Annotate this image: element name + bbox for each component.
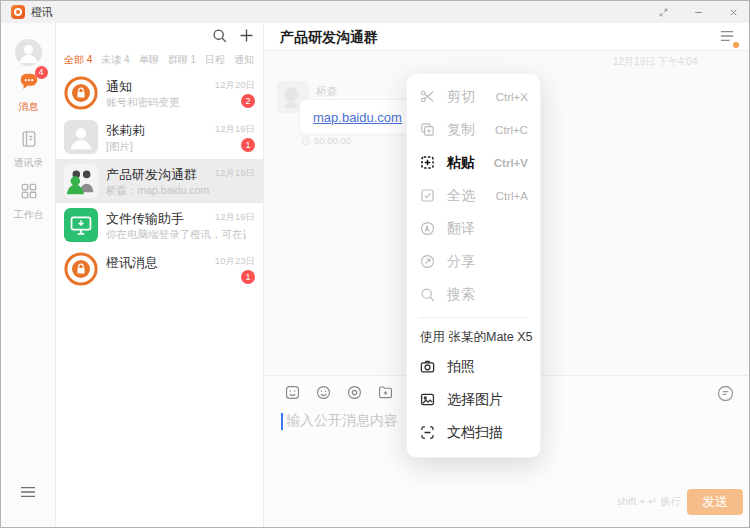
- titlebar: 橙讯: [1, 1, 749, 23]
- unread-badge: 2: [241, 94, 255, 108]
- chat-time: 12月20日: [215, 79, 255, 92]
- menu-item-label: 粘贴: [447, 154, 483, 172]
- file-transfer-avatar: [64, 208, 98, 242]
- screen-capture-icon[interactable]: [346, 384, 363, 405]
- chat-list-panel: 全部 4 未读 4 单聊 群聊 1 日程 通知 通知 账号和密码变更 12月20…: [56, 23, 264, 527]
- list-item-chengxun-messages[interactable]: 橙讯消息 10月23日 1: [56, 247, 263, 291]
- person-avatar: [64, 120, 98, 154]
- unread-badge: 1: [241, 138, 255, 152]
- search-icon[interactable]: [211, 27, 228, 48]
- message-link[interactable]: map.baidu.com: [313, 110, 402, 125]
- app-logo-icon: [11, 5, 25, 19]
- messages-badge: 4: [35, 66, 48, 79]
- menu-item-label: 复制: [447, 121, 484, 139]
- unread-badge: 1: [241, 270, 255, 284]
- close-icon[interactable]: [728, 7, 739, 18]
- sidebar-item-label: 消息: [1, 100, 56, 114]
- menu-item-search[interactable]: 搜索: [407, 278, 540, 311]
- tab-groups[interactable]: 群聊 1: [168, 53, 196, 67]
- send-button[interactable]: 发送: [687, 489, 743, 515]
- minimize-icon[interactable]: [693, 7, 704, 18]
- workbench-grid-icon: [19, 181, 39, 205]
- menu-item-share[interactable]: 分享: [407, 245, 540, 278]
- menu-item-label: 全选: [447, 187, 485, 205]
- menu-item-shortcut: Ctrl+C: [495, 124, 528, 136]
- message-sender: 桥森: [316, 84, 338, 99]
- user-avatar[interactable]: [15, 39, 42, 66]
- message-timer: 50:00:00: [301, 135, 351, 146]
- file-icon[interactable]: [377, 384, 394, 405]
- sidebar-item-contacts[interactable]: 通讯录: [1, 129, 56, 170]
- sticker-icon[interactable]: [284, 384, 301, 405]
- menu-item-translate[interactable]: 翻译: [407, 212, 540, 245]
- menu-item-label: 剪切: [447, 88, 485, 106]
- menu-item-paste[interactable]: 粘贴 Ctrl+V: [407, 146, 540, 179]
- menu-divider: [419, 317, 528, 318]
- message-input[interactable]: 输入公开消息内容: [281, 412, 398, 430]
- menu-item-label: 翻译: [447, 220, 528, 238]
- chat-name: 产品研发沟通群: [106, 166, 197, 184]
- chat-preview: 账号和密码变更: [106, 96, 180, 110]
- sidebar-item-label: 工作台: [1, 208, 56, 222]
- chat-header: 产品研发沟通群: [264, 23, 749, 51]
- group-avatar: [64, 164, 98, 198]
- menu-item-doc-scan[interactable]: 文档扫描: [407, 416, 540, 449]
- tab-direct[interactable]: 单聊: [139, 53, 159, 67]
- chat-time: 10月23日: [215, 255, 255, 268]
- tab-unread[interactable]: 未读 4: [101, 53, 129, 67]
- input-placeholder: 输入公开消息内容: [286, 412, 398, 430]
- menu-item-shortcut: Ctrl+X: [496, 91, 528, 103]
- list-item-notifications[interactable]: 通知 账号和密码变更 12月20日 2: [56, 71, 263, 115]
- list-item-product-group[interactable]: 产品研发沟通群 桥森：map.baidu.com 12月19日: [56, 159, 263, 203]
- tab-notice[interactable]: 通知: [234, 53, 254, 67]
- menu-item-label: 拍照: [447, 358, 528, 376]
- chat-time: 12月19日: [215, 167, 255, 180]
- message-timer-text: 50:00:00: [314, 135, 351, 146]
- menu-item-cut[interactable]: 剪切 Ctrl+X: [407, 80, 540, 113]
- chat-title: 产品研发沟通群: [280, 29, 378, 47]
- menu-item-label: 搜索: [447, 286, 528, 304]
- chat-name: 通知: [106, 78, 132, 96]
- chat-preview: [图片]: [106, 140, 133, 154]
- menu-item-label: 文档扫描: [447, 424, 528, 442]
- message-bubble[interactable]: map.baidu.com: [299, 99, 416, 135]
- menu-item-copy[interactable]: 复制 Ctrl+C: [407, 113, 540, 146]
- lock-avatar: [64, 76, 98, 110]
- chat-time: 12月19日: [215, 123, 255, 136]
- restore-icon[interactable]: [658, 7, 669, 18]
- chat-name: 张莉莉: [106, 122, 145, 140]
- list-item-zhanglili[interactable]: 张莉莉 [图片] 12月19日 1: [56, 115, 263, 159]
- chat-bubble-icon: 4: [18, 71, 40, 97]
- date-stamp: 12月19日 下午4:04: [613, 55, 698, 69]
- chat-name: 文件传输助手: [106, 210, 184, 228]
- send-shortcut-hint: shift + ↵ 换行: [617, 495, 681, 509]
- app-title: 橙讯: [31, 5, 53, 20]
- sidebar-item-messages[interactable]: 4 消息: [1, 71, 56, 114]
- chat-name: 橙讯消息: [106, 254, 158, 272]
- context-menu: 剪切 Ctrl+X 复制 Ctrl+C 粘贴 Ctrl+V 全选 Ctrl+A …: [406, 73, 541, 458]
- add-chat-icon[interactable]: [238, 27, 255, 48]
- emoji-icon[interactable]: [315, 384, 332, 405]
- sidebar-item-label: 通讯录: [1, 156, 56, 170]
- menu-item-choose-image[interactable]: 选择图片: [407, 383, 540, 416]
- chat-time: 12月19日: [215, 211, 255, 224]
- chat-history-icon[interactable]: [716, 384, 735, 407]
- menu-item-select-all[interactable]: 全选 Ctrl+A: [407, 179, 540, 212]
- chat-preview: 你在电脑端登录了橙讯，可在设...: [106, 228, 246, 242]
- group-menu-icon[interactable]: [719, 29, 737, 47]
- menu-item-label: 选择图片: [447, 391, 528, 409]
- lock-avatar: [64, 252, 98, 286]
- list-item-file-transfer[interactable]: 文件传输助手 你在电脑端登录了橙讯，可在设... 12月19日: [56, 203, 263, 247]
- menu-item-label: 分享: [447, 253, 528, 271]
- sidebar-item-workbench[interactable]: 工作台: [1, 181, 56, 222]
- tab-schedule[interactable]: 日程: [205, 53, 225, 67]
- menu-item-shortcut: Ctrl+A: [496, 190, 528, 202]
- menu-item-shortcut: Ctrl+V: [494, 157, 528, 169]
- text-cursor: [281, 413, 283, 430]
- app-window: 橙讯 4 消息 通讯录 工作台: [0, 0, 750, 528]
- menu-section-header: 使用 张某的Mate X5: [407, 324, 540, 350]
- tab-all[interactable]: 全部 4: [64, 53, 92, 67]
- nav-sidebar: 4 消息 通讯录 工作台: [1, 23, 56, 527]
- menu-item-take-photo[interactable]: 拍照: [407, 350, 540, 383]
- main-menu-icon[interactable]: [19, 485, 37, 503]
